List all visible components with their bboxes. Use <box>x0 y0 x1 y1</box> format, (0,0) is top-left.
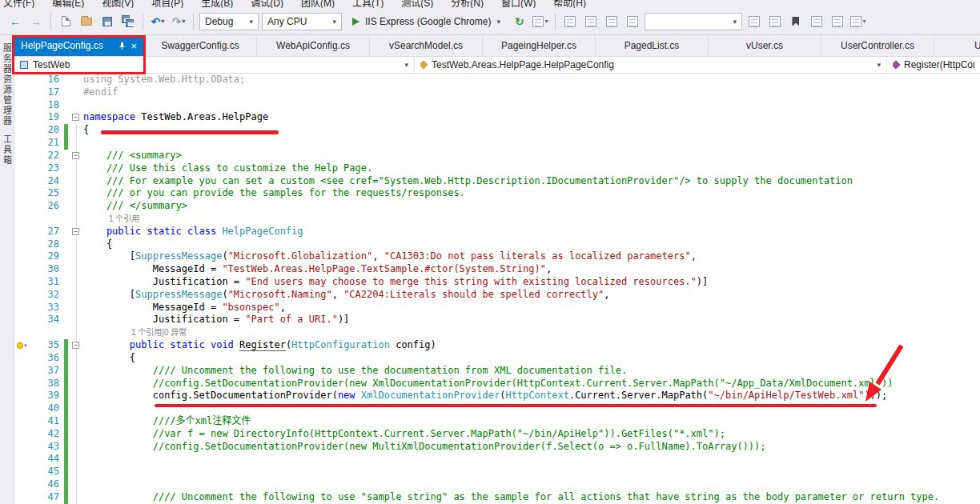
breakpoint-margin[interactable] <box>14 441 34 454</box>
menu-item-1[interactable]: 编辑(E) <box>52 0 84 8</box>
show-line-numbers-icon[interactable] <box>582 13 600 30</box>
find-in-files-icon[interactable] <box>745 13 763 30</box>
tab-pageinghelper-cs[interactable]: PageingHelper.cs <box>483 35 596 56</box>
breakpoint-margin[interactable] <box>14 238 34 251</box>
breakpoint-margin[interactable] <box>14 302 34 314</box>
breakpoint-margin[interactable] <box>14 402 34 415</box>
breakpoint-margin[interactable] <box>14 124 34 137</box>
code-text[interactable] <box>83 137 980 150</box>
code-text[interactable]: #endif <box>83 86 980 99</box>
comment-icon[interactable] <box>808 13 825 30</box>
lightbulb-icon[interactable] <box>17 342 23 349</box>
code-text[interactable]: //var f = new DirectoryInfo(HttpContext.… <box>83 428 980 441</box>
collapse-icon[interactable]: − <box>72 342 79 349</box>
navigate-forward-icon[interactable]: → <box>27 13 45 30</box>
breakpoint-margin[interactable] <box>14 86 34 99</box>
sidebar-item-toolbox[interactable]: 工具箱 <box>1 134 14 166</box>
fold-margin[interactable]: − <box>70 339 83 352</box>
code-text[interactable] <box>83 99 980 112</box>
breakpoint-margin[interactable] <box>14 289 34 302</box>
code-text[interactable]: [SuppressMessage("Microsoft.Naming", "CA… <box>83 289 980 302</box>
code-text[interactable]: config.SetDocumentationProvider(new XmlD… <box>83 390 980 402</box>
code-text[interactable]: namespace TestWeb.Areas.HelpPage <box>83 111 980 124</box>
menu-item-0[interactable]: 文件(F) <box>3 0 34 8</box>
breakpoint-margin[interactable] <box>14 226 34 238</box>
breakpoint-margin[interactable] <box>14 478 34 491</box>
decrease-indent-icon[interactable] <box>603 13 621 30</box>
codelens-text[interactable]: 1 个引用|0 异常 <box>83 326 980 339</box>
menu-item-2[interactable]: 视图(V) <box>102 0 134 8</box>
fold-margin[interactable]: − <box>70 226 83 238</box>
member-dropdown[interactable]: Register(HttpConfiguration con <box>887 57 980 73</box>
code-text[interactable]: ////多个xml注释文件 <box>83 415 980 428</box>
code-text[interactable]: /// Use this class to customize the Help… <box>83 162 980 175</box>
code-text[interactable] <box>83 466 980 478</box>
breakpoint-margin[interactable] <box>14 250 34 263</box>
open-file-icon[interactable] <box>78 13 95 30</box>
breakpoint-margin[interactable] <box>14 74 34 86</box>
breakpoint-margin[interactable] <box>14 213 34 226</box>
collapse-icon[interactable]: − <box>72 152 79 159</box>
tab-usercontroller-cs[interactable]: UserController.cs <box>821 35 934 56</box>
code-text[interactable]: /// or you can provide the samples for t… <box>83 187 980 200</box>
navigate-to-icon[interactable] <box>766 13 784 30</box>
toolbar-options-icon[interactable]: ▾ <box>849 13 867 30</box>
menu-item-7[interactable]: 工具(T) <box>352 0 384 8</box>
code-text[interactable]: //// Uncomment the following to use "sam… <box>83 491 980 504</box>
tab-swaggerconfig-cs[interactable]: SwaggerConfig.cs <box>144 35 257 56</box>
code-text[interactable]: public static void Register(HttpConfigur… <box>83 339 980 352</box>
type-dropdown[interactable]: TestWeb.Areas.HelpPage.HelpPageConfig ▾ <box>415 57 887 73</box>
code-text[interactable]: //// Uncomment the following to use the … <box>83 365 980 378</box>
fold-margin[interactable]: − <box>70 150 83 162</box>
code-text[interactable]: MessageId = "bsonspec", <box>83 302 980 314</box>
breakpoint-margin[interactable] <box>14 175 34 188</box>
menu-item-6[interactable]: 团队(M) <box>301 0 335 8</box>
breakpoint-margin[interactable] <box>14 187 34 200</box>
tab-vsearchmodel-cs[interactable]: vSearchModel.cs <box>370 35 483 56</box>
undo-icon[interactable]: ↶▾ <box>149 13 167 30</box>
save-all-icon[interactable] <box>119 13 137 30</box>
breakpoint-margin[interactable]: ▾ <box>14 339 34 352</box>
solution-configuration-combo[interactable]: Debug▾ <box>199 13 259 30</box>
find-combo[interactable]: ▾ <box>645 13 742 30</box>
redo-icon[interactable]: ↷▾ <box>170 13 187 30</box>
menu-item-5[interactable]: 调试(D) <box>251 0 283 8</box>
menu-item-10[interactable]: 窗口(W) <box>501 0 536 8</box>
breakpoint-margin[interactable] <box>14 378 34 390</box>
breakpoint-margin[interactable] <box>14 276 34 289</box>
menu-item-9[interactable]: 分析(N) <box>451 0 484 8</box>
breakpoint-margin[interactable] <box>14 491 34 504</box>
fold-margin[interactable]: − <box>70 111 83 124</box>
code-text[interactable]: //config.SetDocumentationProvider(new Xm… <box>83 378 980 390</box>
breakpoint-margin[interactable] <box>14 137 34 150</box>
browser-refresh-icon[interactable]: ↻ <box>511 13 528 30</box>
tab-user-cs[interactable]: User.cs <box>934 35 980 56</box>
navigate-back-icon[interactable]: ← <box>6 13 24 30</box>
menu-item-4[interactable]: 生成(B) <box>201 0 233 8</box>
start-debug-button[interactable]: IIS Express (Google Chrome) ▾ <box>345 12 508 31</box>
code-text[interactable]: //config.SetDocumentationProvider(new Mu… <box>83 441 980 454</box>
tab-vuser-cs[interactable]: vUser.cs <box>709 35 821 56</box>
code-text[interactable] <box>83 478 980 491</box>
code-text[interactable]: /// <summary> <box>83 150 980 162</box>
breakpoint-margin[interactable] <box>14 99 34 112</box>
code-text[interactable]: { <box>83 238 980 251</box>
breakpoint-margin[interactable] <box>14 352 34 365</box>
breakpoint-margin[interactable] <box>14 390 34 402</box>
tab-pagedlist-cs[interactable]: PagedList.cs <box>596 35 709 56</box>
solution-platform-combo[interactable]: Any CPU▾ <box>262 13 342 30</box>
code-text[interactable]: Justification = "Part of a URI.")] <box>83 314 980 326</box>
breakpoint-margin[interactable] <box>14 365 34 378</box>
breakpoint-margin[interactable] <box>14 466 34 478</box>
browser-link-icon[interactable]: ▾ <box>532 13 549 30</box>
chevron-down-icon[interactable]: ▾ <box>24 342 27 349</box>
breakpoint-margin[interactable] <box>14 314 34 326</box>
menu-item-8[interactable]: 测试(S) <box>401 0 433 8</box>
code-text[interactable]: { <box>83 352 980 365</box>
save-icon[interactable] <box>98 13 116 30</box>
code-text[interactable]: MessageId = "TestWeb.Areas.HelpPage.Text… <box>83 263 980 276</box>
menu-item-11[interactable]: 帮助(H) <box>553 0 586 8</box>
code-text[interactable]: public static class HelpPageConfig <box>83 226 980 238</box>
breakpoint-margin[interactable] <box>14 111 34 124</box>
collapse-icon[interactable]: − <box>72 228 79 235</box>
